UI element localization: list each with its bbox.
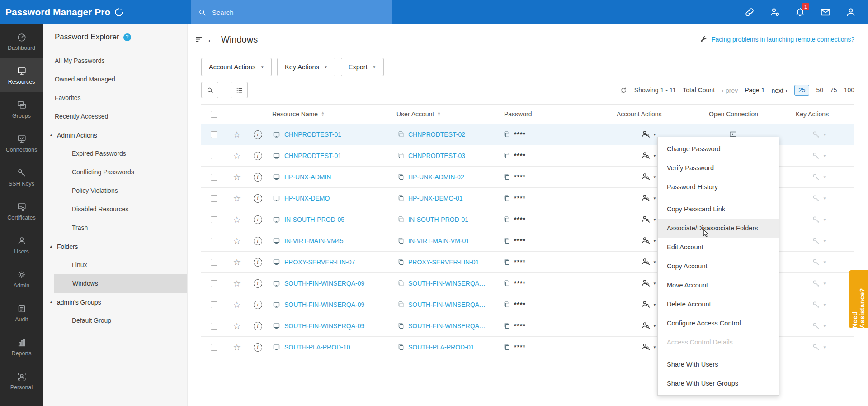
row-checkbox[interactable] [211, 259, 217, 266]
copy-icon[interactable] [397, 344, 405, 351]
prev-page-button[interactable]: ‹ prev [722, 86, 738, 94]
chevron-down-icon[interactable]: ▼ [653, 175, 656, 179]
account-actions-icon[interactable] [642, 300, 651, 309]
favorite-star-icon[interactable]: ☆ [233, 236, 241, 246]
chevron-down-icon[interactable]: ▼ [823, 133, 826, 137]
sidebar-item-admin[interactable]: Admin [0, 262, 43, 296]
favorite-star-icon[interactable]: ☆ [233, 321, 241, 331]
sidebar-item-resources[interactable]: Resources [0, 58, 43, 92]
row-checkbox[interactable] [211, 238, 217, 244]
chevron-down-icon[interactable]: ▼ [653, 218, 656, 222]
explorer-item-favorites[interactable]: Favorites [43, 89, 187, 107]
explorer-section-admins-groups[interactable]: ▲ admin's Groups [43, 293, 187, 311]
chevron-down-icon[interactable]: ▼ [653, 133, 656, 137]
context-menu-item[interactable]: Password History [658, 177, 779, 196]
panel-toggle-icon[interactable] [195, 34, 205, 44]
account-actions-icon[interactable] [642, 321, 651, 330]
copy-icon[interactable] [397, 237, 405, 244]
favorite-star-icon[interactable]: ☆ [233, 257, 241, 267]
explorer-item-linux[interactable]: Linux [43, 256, 187, 274]
sort-icon[interactable]: ▲▼ [437, 111, 440, 117]
info-icon[interactable]: i [254, 301, 262, 309]
context-menu-item[interactable]: Associate/Disassociate Folders [658, 219, 779, 238]
info-icon[interactable]: i [254, 130, 262, 139]
user-admin-icon[interactable] [769, 7, 780, 18]
copy-password-icon[interactable] [503, 258, 510, 266]
user-account-link[interactable]: CHNPRODTEST-03 [408, 152, 465, 159]
sidebar-item-personal[interactable]: Personal [0, 364, 43, 398]
row-checkbox[interactable] [211, 344, 217, 351]
explorer-item-default-group[interactable]: Default Group [43, 311, 187, 330]
copy-icon[interactable] [397, 195, 405, 202]
info-icon[interactable]: i [254, 152, 262, 160]
sidebar-item-reports[interactable]: Reports [0, 330, 43, 364]
chevron-down-icon[interactable]: ▼ [823, 260, 826, 264]
user-account-link[interactable]: SOUTH-FIN-WINSERQA… [408, 322, 486, 330]
remote-problems-link[interactable]: Facing problems in launching remote conn… [712, 36, 854, 43]
key-actions-icon[interactable] [812, 152, 821, 160]
chevron-down-icon[interactable]: ▼ [823, 303, 826, 307]
account-actions-icon[interactable] [642, 130, 651, 139]
key-actions-icon[interactable] [812, 301, 821, 309]
search-input[interactable] [212, 9, 384, 16]
copy-password-icon[interactable] [503, 173, 510, 181]
info-icon[interactable]: i [254, 215, 262, 224]
favorite-star-icon[interactable]: ☆ [233, 193, 241, 204]
sidebar-item-groups[interactable]: Groups [0, 92, 43, 126]
sort-icon[interactable]: ▲▼ [321, 111, 324, 117]
user-account-link[interactable]: SOUTH-PLA-PROD-01 [408, 344, 474, 351]
need-assistance-tab[interactable]: Need Assistance? [849, 270, 868, 328]
chevron-down-icon[interactable]: ▼ [653, 196, 656, 201]
key-actions-icon[interactable] [812, 343, 821, 352]
chevron-down-icon[interactable]: ▼ [653, 324, 656, 328]
user-account-link[interactable]: IN-VIRT-MAIN-VM-01 [408, 237, 469, 244]
key-actions-icon[interactable] [812, 279, 821, 288]
copy-password-icon[interactable] [503, 131, 510, 138]
chevron-down-icon[interactable]: ▼ [653, 239, 656, 243]
user-account-link[interactable]: IN-SOUTH-PROD-01 [408, 216, 468, 223]
refresh-icon[interactable] [620, 86, 627, 94]
copy-icon[interactable] [397, 322, 405, 330]
copy-icon[interactable] [397, 152, 405, 159]
copy-password-icon[interactable] [503, 195, 510, 202]
chevron-down-icon[interactable]: ▼ [653, 154, 656, 158]
key-actions-icon[interactable] [812, 237, 821, 245]
chevron-down-icon[interactable]: ▼ [823, 345, 826, 349]
copy-icon[interactable] [397, 173, 405, 181]
resource-name-link[interactable]: HP-UNX-ADMIN [284, 173, 331, 181]
favorite-star-icon[interactable]: ☆ [233, 278, 241, 289]
info-icon[interactable]: i [254, 322, 262, 330]
row-checkbox[interactable] [211, 323, 217, 330]
row-checkbox[interactable] [211, 195, 217, 202]
global-search[interactable] [191, 0, 392, 24]
account-actions-icon[interactable] [642, 194, 651, 203]
next-page-button[interactable]: next › [772, 86, 788, 94]
info-icon[interactable]: i [254, 173, 262, 182]
info-icon[interactable]: i [254, 343, 262, 352]
resource-name-link[interactable]: IN-SOUTH-PROD-05 [284, 216, 344, 223]
list-view-button[interactable] [231, 82, 248, 98]
copy-password-icon[interactable] [503, 152, 510, 159]
page-size-100[interactable]: 100 [844, 86, 854, 94]
chevron-down-icon[interactable]: ▼ [823, 175, 826, 179]
chevron-down-icon[interactable]: ▼ [823, 218, 826, 222]
copy-password-icon[interactable] [503, 280, 510, 287]
row-checkbox[interactable] [211, 131, 217, 138]
account-actions-icon[interactable] [642, 172, 651, 182]
explorer-item-windows[interactable]: Windows [54, 274, 187, 293]
favorite-star-icon[interactable]: ☆ [233, 129, 241, 140]
context-menu-item[interactable]: Delete Account [658, 295, 779, 314]
explorer-item-recently-accessed[interactable]: Recently Accessed [43, 107, 187, 126]
user-account-link[interactable]: HP-UNX-DEMO-01 [408, 195, 463, 202]
key-actions-icon[interactable] [812, 258, 821, 267]
sidebar-item-users[interactable]: Users [0, 228, 43, 262]
account-actions-icon[interactable] [642, 215, 651, 224]
context-menu-item[interactable]: Share With Users [658, 355, 779, 374]
explorer-item-trash[interactable]: Trash [43, 219, 187, 237]
account-actions-icon[interactable] [642, 151, 651, 160]
copy-password-icon[interactable] [503, 237, 510, 244]
total-count-link[interactable]: Total Count [683, 86, 715, 94]
sidebar-item-certificates[interactable]: Certificates [0, 194, 43, 228]
mail-icon[interactable] [820, 7, 831, 18]
chevron-down-icon[interactable]: ▼ [823, 239, 826, 243]
